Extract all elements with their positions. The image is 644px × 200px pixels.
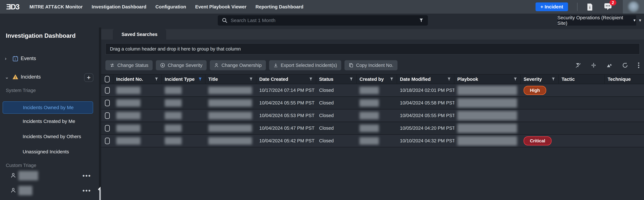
title-cell — [206, 84, 256, 96]
search-filter-icon[interactable] — [419, 18, 424, 23]
column-filter-icon[interactable] — [447, 77, 451, 82]
table-row[interactable]: 10/04/2024 05:47 PM PSTClosed 10/05/2024… — [101, 122, 644, 135]
column-header-status[interactable]: Status — [316, 75, 356, 84]
sidebar-item-custom-triage[interactable]: ••• — [10, 170, 94, 181]
sidebar-scrollbar[interactable] — [99, 189, 101, 200]
release-notes-icon[interactable]: i — [586, 3, 593, 11]
global-search-input[interactable]: Search Last 1 Month — [218, 15, 428, 26]
copy-incident-no--button[interactable]: Copy Incident No. — [344, 60, 398, 70]
column-filter-icon[interactable] — [551, 77, 556, 82]
table-row[interactable]: 10/17/2024 07:14 PM PSTClosed 10/18/2024… — [101, 84, 644, 97]
sidebar-item-events[interactable]: › ! Events — [5, 55, 36, 62]
change-status-button[interactable]: Change Status — [106, 60, 152, 70]
export-selected-incident-s--button[interactable]: Export Selected Incident(s) — [269, 60, 341, 70]
row-checkbox[interactable] — [105, 87, 110, 94]
incident_no-cell — [113, 84, 162, 96]
redacted-text — [360, 87, 379, 94]
column-filter-icon[interactable] — [349, 77, 353, 82]
chevron-down-icon[interactable]: ⌄ — [5, 74, 12, 80]
sidebar-item-incidents-created-by-me[interactable]: Incidents Created by Me — [23, 119, 75, 124]
column-filter-icon[interactable] — [154, 77, 158, 82]
column-filter-icon[interactable] — [390, 77, 394, 82]
redacted-text — [165, 99, 182, 107]
redacted-text — [116, 99, 140, 107]
technique-cell — [605, 97, 640, 109]
select-all-checkbox[interactable] — [105, 76, 110, 82]
column-filter-icon[interactable] — [309, 77, 313, 82]
column-header-created-by[interactable]: Created by — [356, 75, 397, 84]
nav-item-event-playbook-viewer[interactable]: Event Playbook Viewer — [195, 4, 246, 10]
row-checkbox[interactable] — [105, 112, 110, 119]
refresh-icon[interactable] — [622, 62, 628, 68]
nav-item-investigation-dashboard[interactable]: Investigation Dashboard — [92, 4, 146, 10]
clear-filters-icon[interactable] — [575, 62, 581, 68]
column-header-tactic[interactable]: Tactic — [559, 75, 605, 84]
column-header-date-modified[interactable]: Date Modified — [397, 75, 454, 84]
chevron-right-icon[interactable]: › — [5, 56, 12, 61]
created_by-cell — [356, 109, 397, 122]
status-cell: Closed — [316, 135, 356, 147]
status-cell: Closed — [316, 109, 356, 122]
user-avatar[interactable] — [623, 0, 644, 14]
severity-badge: Critical — [524, 136, 552, 145]
sidebar-item-incidents-owned-by-others[interactable]: Incidents Owned by Others — [23, 134, 81, 139]
site-selector[interactable]: Security Operations (Recipient Site) ▼ — [557, 15, 636, 26]
table-row[interactable]: 10/04/2024 05:55 PM PSTClosed 10/04/2024… — [101, 97, 644, 109]
severity-badge: High — [524, 86, 546, 95]
date_created-cell: 10/17/2024 07:14 PM PST — [256, 84, 316, 96]
change-ownership-button[interactable]: Change Ownership — [210, 60, 266, 70]
column-filter-icon-active[interactable] — [198, 77, 202, 82]
select-all-checkbox-cell — [101, 75, 113, 84]
chat-notifications-icon[interactable]: 2 — [604, 3, 612, 10]
table-row[interactable]: 10/04/2024 05:53 PM PSTClosed 10/04/2024… — [101, 109, 644, 122]
new-incident-button[interactable]: + Incident — [536, 3, 568, 11]
more-options-icon[interactable]: ••• — [82, 187, 91, 194]
sidebar-item-custom-triage[interactable]: ••• — [10, 185, 94, 196]
column-header-playbook[interactable]: Playbook — [454, 75, 521, 84]
table-row[interactable]: 10/04/2024 05:42 PM PSTClosed 10/10/2024… — [101, 135, 644, 147]
resize-columns-icon[interactable] — [590, 62, 597, 68]
row-checkbox[interactable] — [105, 138, 110, 144]
technique-cell — [605, 135, 640, 147]
sidebar-edge — [99, 28, 101, 200]
events-label: Events — [21, 56, 36, 61]
row-checkbox-cell — [101, 84, 113, 96]
title-cell — [206, 122, 256, 134]
technique-cell — [605, 122, 640, 134]
tactic-cell — [559, 135, 605, 147]
nav-item-configuration[interactable]: Configuration — [155, 4, 186, 10]
redacted-text — [457, 136, 517, 146]
column-filter-icon[interactable] — [249, 77, 253, 82]
tab-saved-searches[interactable]: Saved Searches — [113, 29, 166, 40]
person-icon — [10, 187, 16, 194]
column-filter-icon[interactable] — [513, 77, 518, 82]
clear-sort-icon[interactable] — [606, 62, 613, 68]
caret-down-icon[interactable]: ▼ — [638, 18, 642, 23]
column-header-severity[interactable]: Severity — [521, 75, 559, 84]
group-by-dropzone[interactable]: Drag a column header and drop it here to… — [106, 43, 640, 55]
row-checkbox[interactable] — [105, 100, 110, 106]
nav-item-reporting-dashboard[interactable]: Reporting Dashboard — [256, 4, 304, 10]
severity-cell: Critical — [521, 135, 559, 147]
sidebar-item-unassigned-incidents[interactable]: Unassigned Incidents — [23, 149, 69, 154]
column-header-technique[interactable]: Technique — [605, 75, 640, 84]
sidebar-item-incidents[interactable]: ⌄ ! Incidents — [5, 74, 41, 80]
redacted-text — [116, 137, 140, 145]
nav-item-mitre-att-ck-monitor[interactable]: MITRE ATT&CK Monitor — [30, 4, 82, 10]
column-header-incident-type[interactable]: Incident Type — [162, 75, 206, 84]
date_created-cell: 10/04/2024 05:55 PM PST — [256, 97, 316, 109]
column-header-title[interactable]: Title — [206, 75, 256, 84]
status-cell: Closed — [316, 84, 356, 96]
row-checkbox[interactable] — [105, 125, 110, 131]
row-checkbox-cell — [101, 109, 113, 122]
more-options-icon[interactable] — [638, 62, 640, 69]
column-header-date-created[interactable]: Date Created — [256, 75, 316, 84]
redacted-text — [360, 125, 379, 132]
add-triage-button[interactable]: + — [84, 73, 94, 82]
column-header-incident-no-[interactable]: Incident No. — [113, 75, 162, 84]
notification-badge: 2 — [610, 0, 616, 6]
incident_no-cell — [113, 109, 162, 122]
change-severity-button[interactable]: Change Severity — [156, 60, 206, 70]
sidebar-item-incidents-owned-by-me[interactable]: Incidents Owned by Me — [2, 101, 93, 114]
more-options-icon[interactable]: ••• — [82, 172, 91, 179]
